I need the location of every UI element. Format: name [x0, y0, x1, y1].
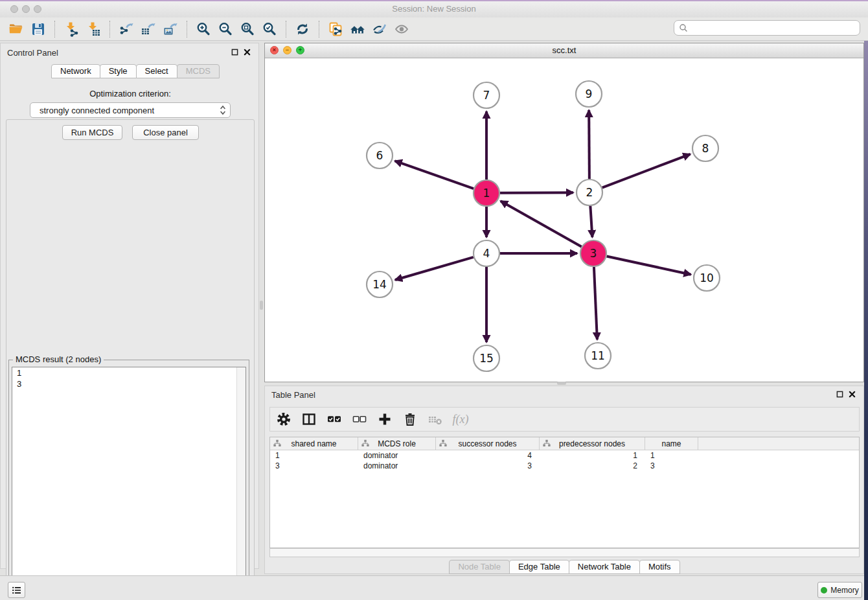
column-type-icon [439, 439, 447, 447]
zoom-selected-button[interactable] [258, 19, 280, 39]
zoom-in-button[interactable] [192, 19, 214, 39]
horizontal-splitter-handle[interactable] [557, 382, 566, 385]
float-control-panel-button[interactable] [231, 49, 238, 56]
zoom-fit-button[interactable] [236, 19, 258, 39]
graph-edge-1-2[interactable] [500, 192, 573, 193]
optimization-criterion-select[interactable]: strongly connected component [30, 102, 231, 118]
split-columns-button[interactable] [301, 410, 317, 429]
graph-edge-3-10[interactable] [607, 256, 691, 274]
export-network-button[interactable] [115, 19, 137, 39]
run-mcds-button[interactable]: Run MCDS [62, 125, 122, 140]
column-header-label: name [661, 439, 681, 448]
column-header-label: shared name [291, 439, 336, 448]
delete-column-icon [402, 411, 418, 427]
node-table: shared nameMCDS rolesuccessor nodesprede… [269, 437, 860, 548]
graph-node-label-4: 4 [483, 247, 490, 260]
refresh-button[interactable] [291, 19, 314, 39]
tab-mcds[interactable]: MCDS [177, 64, 220, 78]
split-columns-icon [301, 411, 317, 427]
graph-edge-2-3[interactable] [590, 206, 592, 237]
optimization-criterion-value: strongly connected component [40, 106, 220, 115]
tab-style[interactable]: Style [100, 64, 137, 78]
open-file-button[interactable] [5, 19, 27, 39]
graph-node-label-9: 9 [586, 87, 593, 100]
add-column-button[interactable] [376, 410, 393, 429]
graph-edge-2-9[interactable] [589, 110, 589, 179]
result-scrollbar[interactable] [236, 367, 246, 600]
network-canvas[interactable]: 1234678910111415 [265, 58, 863, 382]
float-table-panel-button[interactable] [836, 391, 843, 398]
column-header-successor-nodes[interactable]: successor nodes [436, 437, 540, 450]
eye-slash-button[interactable] [369, 19, 391, 39]
cell-shared-name[interactable]: 3 [270, 461, 358, 471]
window-title: Session: New Session [0, 0, 868, 17]
table-horizontal-scrollbar[interactable] [269, 548, 860, 557]
column-header-shared-name[interactable]: shared name [270, 437, 358, 450]
search-box[interactable] [674, 20, 860, 36]
graph-edge-2-8[interactable] [602, 154, 691, 188]
delete-column-button[interactable] [402, 410, 418, 429]
zoom-selected-icon [262, 21, 277, 37]
cell-name[interactable]: 1 [645, 450, 698, 461]
graph-node-label-6: 6 [376, 149, 383, 162]
tab-network[interactable]: Network [51, 64, 100, 78]
table-row[interactable]: 3dominator323 [270, 461, 859, 471]
eye-slash-icon [372, 21, 387, 37]
cell-mcds-role[interactable]: dominator [358, 461, 436, 471]
cell-name[interactable]: 3 [645, 461, 698, 471]
tab-motifs[interactable]: Motifs [639, 560, 680, 574]
toolbar-separator [286, 21, 286, 38]
export-image-button[interactable] [159, 19, 181, 39]
close-control-panel-button[interactable] [244, 49, 251, 56]
graph-node-label-8: 8 [702, 142, 709, 155]
control-panel-title: Control Panel [7, 48, 58, 58]
cell-predecessor-nodes[interactable]: 1 [540, 450, 645, 461]
zoom-out-button[interactable] [214, 19, 236, 39]
graph-edge-3-11[interactable] [594, 267, 597, 340]
vertical-splitter-handle[interactable] [260, 301, 263, 310]
cell-successor-nodes[interactable]: 3 [436, 461, 540, 471]
tab-network-table[interactable]: Network Table [569, 560, 640, 574]
cell-successor-nodes[interactable]: 4 [436, 450, 540, 461]
column-header-name[interactable]: name [645, 437, 698, 450]
search-icon [679, 23, 688, 32]
houses-button[interactable] [347, 19, 369, 39]
network-window-titlebar: × − + scc.txt [265, 43, 863, 58]
select-all-columns-button[interactable] [326, 410, 343, 429]
mcds-result-list[interactable]: 13 [12, 367, 246, 600]
column-header-predecessor-nodes[interactable]: predecessor nodes [540, 437, 645, 450]
settings-gear-button[interactable] [275, 410, 292, 429]
app-titlebar: Session: New Session [0, 0, 868, 18]
import-table-button[interactable] [82, 19, 104, 39]
table-header-row: shared nameMCDS rolesuccessor nodesprede… [270, 437, 859, 450]
cell-mcds-role[interactable]: dominator [358, 450, 436, 461]
cell-predecessor-nodes[interactable]: 2 [540, 461, 645, 471]
toolbar-separator [319, 21, 319, 38]
table-panel-title: Table Panel [271, 390, 315, 400]
tab-select[interactable]: Select [136, 64, 177, 78]
import-network-button[interactable] [60, 19, 82, 39]
export-table-button[interactable] [137, 19, 159, 39]
task-history-button[interactable] [8, 582, 25, 598]
graph-edge-4-14[interactable] [395, 257, 474, 280]
export-table-icon [141, 21, 156, 37]
close-panel-button[interactable]: Close panel [132, 125, 199, 140]
tab-node-table[interactable]: Node Table [449, 560, 510, 574]
close-table-panel-button[interactable] [849, 391, 856, 398]
search-input[interactable] [691, 23, 855, 34]
eye-button [391, 19, 413, 39]
status-bar: Memory [0, 575, 868, 600]
cell-shared-name[interactable]: 1 [270, 450, 358, 461]
column-header-mcds-role[interactable]: MCDS role [358, 437, 436, 450]
tab-edge-table[interactable]: Edge Table [509, 560, 569, 574]
delete-table-icon [428, 411, 443, 427]
save-session-button[interactable] [27, 19, 49, 39]
deselect-all-columns-button[interactable] [351, 410, 368, 429]
graph-edge-3-1[interactable] [501, 201, 582, 246]
memory-button[interactable]: Memory [817, 582, 862, 598]
graph-edge-1-6[interactable] [395, 161, 474, 189]
application-window: Session: New Session Control Panel Netwo… [0, 0, 868, 600]
clone-network-button[interactable] [325, 19, 347, 39]
add-column-icon [377, 411, 393, 427]
table-row[interactable]: 1dominator411 [270, 450, 859, 461]
